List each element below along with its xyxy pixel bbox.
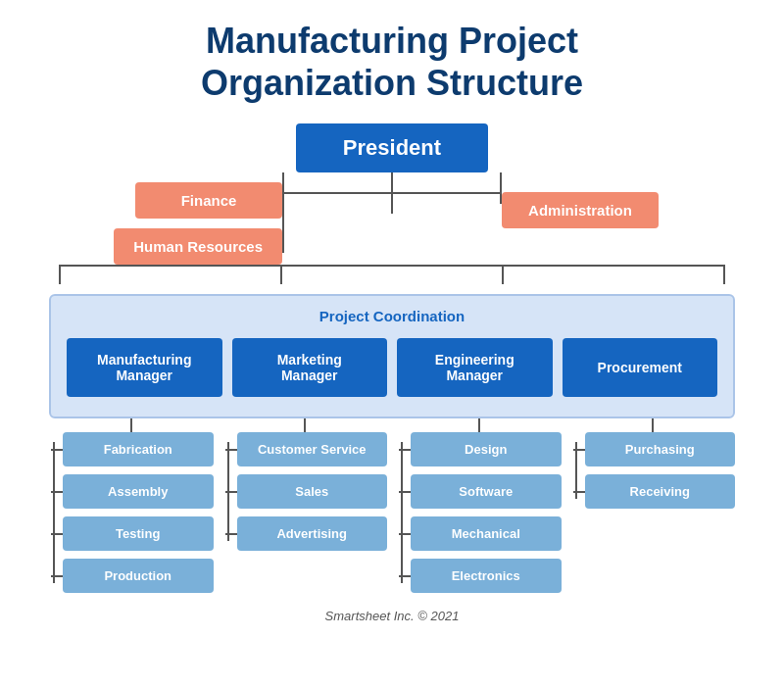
project-coord-label: Project Coordination [67,308,717,324]
procurement-box: Procurement [563,338,718,397]
finance-box: Finance [135,182,282,219]
page-title: Manufacturing Project Organization Struc… [201,20,583,104]
assembly-box: Assembly [63,474,214,509]
fabrication-box: Fabrication [63,432,214,466]
footer-text: Smartsheet Inc. © 2021 [325,609,460,623]
advertising-box: Advertising [237,516,388,551]
design-box: Design [411,432,562,466]
testing-box: Testing [63,516,214,551]
sales-box: Sales [237,474,388,509]
production-box: Production [63,559,214,593]
mechanical-box: Mechanical [411,516,562,551]
engineering-manager-box: EngineeringManager [397,338,553,397]
customer-service-box: Customer Service [237,432,388,466]
manufacturing-manager-box: ManufacturingManager [67,338,222,397]
human-resources-box: Human Resources [114,228,282,265]
president-box: President [296,123,488,172]
project-coord-section: Project Coordination ManufacturingManage… [49,294,735,418]
administration-box: Administration [502,192,659,228]
org-chart: Manufacturing Project Organization Struc… [0,0,784,623]
electronics-box: Electronics [411,559,562,593]
marketing-manager-box: MarketingManager [232,338,388,397]
software-box: Software [411,474,562,509]
managers-row: ManufacturingManager MarketingManager En… [67,338,717,397]
purchasing-box: Purchasing [585,432,736,466]
receiving-box: Receiving [585,474,736,509]
